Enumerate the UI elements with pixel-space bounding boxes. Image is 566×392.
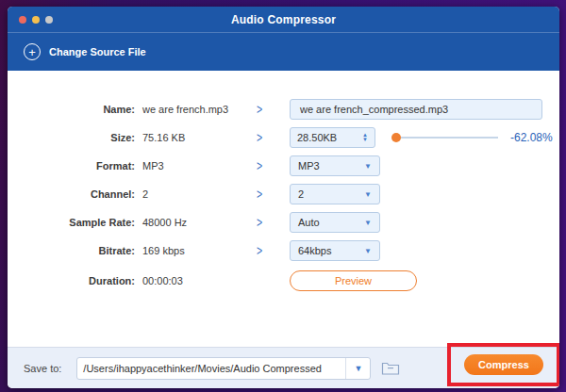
save-path-combobox[interactable]: /Users/ihappyacethinker/Movies/Audio Com…: [76, 357, 371, 380]
channel-selected-value: 2: [298, 188, 304, 200]
save-to-label: Save to:: [24, 363, 61, 374]
output-name-input[interactable]: we are french_compressed.mp3: [290, 99, 542, 120]
save-path-value[interactable]: /Users/ihappyacethinker/Movies/Audio Com…: [77, 363, 345, 374]
header-bar: + Change Source File: [8, 32, 559, 71]
name-value: we are french.mp3: [142, 104, 248, 115]
close-button[interactable]: [19, 16, 26, 24]
chevron-down-icon: ▼: [354, 364, 362, 373]
minimize-button[interactable]: [32, 16, 40, 24]
name-label: Name:: [8, 104, 135, 115]
duration-label: Duration:: [8, 275, 135, 286]
chevron-down-icon: ▼: [364, 219, 372, 227]
chevron-right-icon: >: [251, 243, 268, 258]
target-size-value: 28.50KB: [297, 132, 337, 143]
chevron-right-icon: >: [251, 187, 268, 202]
duration-value: 00:00:03: [142, 275, 248, 286]
sample-rate-label: Sample Rate:: [8, 217, 135, 228]
zoom-button[interactable]: [45, 16, 53, 24]
traffic-lights: [19, 7, 53, 32]
stepper-down-icon[interactable]: ▼: [362, 138, 368, 142]
browse-folder-button[interactable]: [380, 359, 401, 378]
row-bitrate: Bitrate: 169 kbps > 64kbps ▼: [8, 237, 559, 265]
row-duration: Duration: 00:00:03 > Preview: [8, 267, 559, 295]
window-title: Audio Compressor: [231, 13, 336, 26]
bitrate-label: Bitrate:: [8, 245, 135, 256]
sample-rate-value: 48000 Hz: [142, 217, 248, 228]
title-bar: Audio Compressor: [8, 7, 559, 32]
save-path-dropdown[interactable]: ▼: [345, 358, 370, 379]
chevron-down-icon: ▼: [364, 162, 372, 171]
format-value: MP3: [142, 160, 248, 172]
preview-button[interactable]: Preview: [290, 270, 417, 291]
size-value: 75.16 KB: [142, 132, 248, 143]
main-content: Name: we are french.mp3 > we are french_…: [8, 71, 559, 347]
size-slider[interactable]: [391, 133, 498, 142]
row-sample-rate: Sample Rate: 48000 Hz > Auto ▼: [8, 208, 559, 237]
sample-rate-select[interactable]: Auto ▼: [290, 212, 380, 233]
chevron-right-icon: >: [251, 158, 268, 173]
row-channel: Channel: 2 > 2 ▼: [8, 180, 559, 208]
size-label: Size:: [8, 132, 135, 143]
audio-compressor-window: Audio Compressor + Change Source File Na…: [8, 7, 559, 388]
slider-handle[interactable]: [391, 133, 401, 142]
format-label: Format:: [8, 160, 135, 172]
row-name: Name: we are french.mp3 > we are french_…: [8, 95, 559, 123]
stepper-arrows[interactable]: ▲ ▼: [362, 133, 368, 143]
channel-value: 2: [142, 188, 248, 200]
compress-button[interactable]: Compress: [464, 354, 543, 375]
bitrate-selected-value: 64kbps: [298, 245, 331, 256]
highlight-annotation-rect: Compress: [447, 343, 559, 386]
chevron-down-icon: ▼: [364, 190, 372, 199]
channel-label: Channel:: [8, 188, 135, 200]
bitrate-value: 169 kbps: [142, 245, 248, 256]
chevron-right-icon: >: [251, 215, 268, 230]
chevron-down-icon: ▼: [364, 247, 372, 255]
bitrate-select[interactable]: 64kbps ▼: [290, 240, 380, 261]
format-select[interactable]: MP3 ▼: [290, 155, 380, 176]
format-selected-value: MP3: [298, 160, 320, 172]
change-source-file-button[interactable]: + Change Source File: [24, 43, 146, 60]
size-reduction-percent: -62.08%: [510, 131, 553, 144]
chevron-right-icon: >: [251, 130, 268, 145]
row-size: Size: 75.16 KB > 28.50KB ▲ ▼ -62.08%: [8, 123, 559, 152]
target-size-stepper[interactable]: 28.50KB ▲ ▼: [290, 127, 375, 148]
sample-rate-selected-value: Auto: [298, 217, 320, 228]
plus-circle-icon: +: [24, 43, 41, 60]
chevron-right-icon: >: [251, 102, 268, 117]
slider-track[interactable]: [401, 137, 498, 139]
channel-select[interactable]: 2 ▼: [290, 184, 380, 204]
folder-icon: [381, 360, 400, 376]
change-source-file-label: Change Source File: [49, 46, 146, 57]
row-format: Format: MP3 > MP3 ▼: [8, 152, 559, 180]
